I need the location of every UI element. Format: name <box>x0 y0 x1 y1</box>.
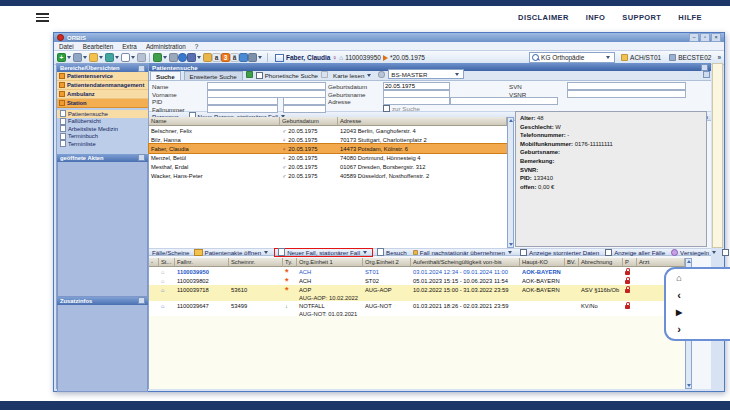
col-period[interactable]: Aufenthalt/Scheingültigkeit von-bis <box>411 258 520 267</box>
col-p[interactable]: P <box>623 258 637 267</box>
menu-datei[interactable]: Datei <box>59 43 74 50</box>
sidebar-item-station[interactable]: Station <box>57 99 148 108</box>
open-patient-record-button[interactable]: Patientenakte öffnen <box>192 249 273 256</box>
col-adresse[interactable]: Adresse <box>338 117 507 126</box>
case-row[interactable]: ⌂ 1100039647 53499 ↓ NOTFALL AUG-NOT 01.… <box>149 301 685 310</box>
case-row-highlighted[interactable]: ⌂ 1100039718 53610 * AOP AUG-AOP 10.02.2… <box>149 285 685 294</box>
persons-scrollbar[interactable] <box>507 117 514 248</box>
transfer-icon[interactable] <box>105 53 114 62</box>
sidebar-item-arbeitsliste-medizin[interactable]: Arbeitsliste Medizin <box>57 125 148 133</box>
edit-icon[interactable] <box>137 53 146 62</box>
takeover-case-button[interactable]: Fall nachstationär übernehmen <box>411 249 516 256</box>
master-combo[interactable]: BS-MASTER <box>388 69 464 79</box>
open-icon[interactable] <box>73 53 82 62</box>
chevron-left-icon[interactable]: ‹ <box>674 291 684 300</box>
sidebar-item-terminbuch[interactable]: Terminbuch <box>57 133 148 141</box>
phone-icon[interactable] <box>248 53 257 62</box>
close-button[interactable]: × <box>711 33 721 42</box>
vsnr-input[interactable] <box>567 90 686 98</box>
col-name[interactable]: Name <box>149 117 280 126</box>
toolbar-overflow-icon[interactable]: » <box>717 54 721 61</box>
print-icon[interactable] <box>169 53 178 62</box>
station-context[interactable]: ACH/ST01 <box>619 54 663 61</box>
sidebar-item-patientenservice[interactable]: Patientenservice <box>57 72 148 81</box>
phone-dropdown-icon[interactable] <box>258 56 262 59</box>
seal-button[interactable]: Versiegeln <box>669 249 720 256</box>
new-case-button[interactable]: Neuer Fall, stationärer Fall <box>278 248 369 256</box>
sidebar-item-terminliste[interactable]: Terminliste <box>57 140 148 148</box>
col-expander[interactable]: - <box>149 258 159 267</box>
link-info[interactable]: INFO <box>586 13 606 22</box>
show-cancelled-toggle[interactable]: Anzeige stornierter Daten <box>518 249 601 256</box>
folder-dropdown-icon[interactable] <box>99 56 103 59</box>
font-3-icon-active[interactable]: 3 <box>221 53 230 62</box>
col-org1[interactable]: Org.Einheit 1 <box>297 258 363 267</box>
transfer-dropdown-icon[interactable] <box>115 56 119 59</box>
adresse-ort-input[interactable] <box>450 97 558 105</box>
department-combo[interactable]: KG Orthopädie <box>529 52 615 63</box>
col-hauptko[interactable]: Haupt-KO <box>520 258 565 267</box>
col-scheinnr[interactable]: Scheinnr. <box>229 258 283 267</box>
maximize-button[interactable]: ▫ <box>700 33 710 42</box>
team-icon[interactable] <box>203 53 212 62</box>
new-dropdown-icon[interactable] <box>67 56 71 59</box>
col-bv[interactable]: BV. <box>565 258 579 267</box>
card-icon[interactable] <box>321 71 328 78</box>
col-st[interactable]: St... <box>159 258 175 267</box>
window-titlebar[interactable]: ORBIS – ▫ × <box>54 33 724 42</box>
case-row[interactable]: ⌂ 1100039802 * ACH ST02 05.01.2023 15:15… <box>149 276 685 285</box>
open-records-panel[interactable] <box>57 162 148 297</box>
link-support[interactable]: SUPPORT <box>622 13 661 22</box>
font-a-icon[interactable]: a <box>212 53 221 62</box>
read-card-dropdown-icon[interactable] <box>367 74 371 77</box>
new-case-dropdown-icon[interactable] <box>363 251 367 254</box>
collapse-icon[interactable] <box>138 297 145 304</box>
phonetic-search-checkbox[interactable] <box>256 72 263 79</box>
show-all-cases-toggle[interactable]: Anzeige aller Fälle <box>603 249 667 256</box>
new-icon[interactable]: + <box>57 53 66 62</box>
col-fallnr[interactable]: Fallnr. <box>175 258 229 267</box>
bed-icon[interactable] <box>239 53 248 62</box>
org-chart-icon[interactable] <box>187 53 196 62</box>
collapsed-side-panel[interactable] <box>712 63 723 248</box>
collapse-icon[interactable] <box>138 65 145 72</box>
home-icon[interactable]: ⌂ <box>674 274 684 283</box>
department-combo-arrow-icon[interactable] <box>606 56 610 59</box>
col-org2[interactable]: Org.Einheit 2 <box>363 258 411 267</box>
globe-dropdown-icon[interactable] <box>163 56 167 59</box>
show-cancelled-checkbox[interactable] <box>520 249 527 256</box>
document-icon[interactable] <box>121 53 130 62</box>
master-combo-arrow-icon[interactable] <box>455 73 459 76</box>
sidebar-item-falluebersicht[interactable]: Fallübersicht <box>57 118 148 126</box>
person-row[interactable]: Bilz, Hanna ♀20.05.1975 70173 Stuttgart,… <box>149 135 507 144</box>
font-ae-icon[interactable]: ä <box>230 53 239 62</box>
col-abrechnung[interactable]: Abrechnung <box>579 258 623 267</box>
zur-suche-checkbox[interactable] <box>383 105 390 112</box>
chevron-right-icon[interactable]: › <box>674 325 684 334</box>
refresh-icon[interactable] <box>246 71 253 78</box>
person-row[interactable]: Menzel, Betül ♀20.05.1975 74080 Dortmund… <box>149 153 507 162</box>
read-card-button[interactable]: Karte lesen <box>331 72 375 79</box>
fallnummer-input[interactable] <box>207 105 278 113</box>
menu-extra[interactable]: Extra <box>122 43 137 50</box>
play-icon[interactable]: ▶ <box>674 308 684 317</box>
minimize-button[interactable]: – <box>689 33 699 42</box>
person-row-selected[interactable]: Faber, Claudia ♀20.05.1975 14473 Potsdam… <box>149 144 507 153</box>
sidebar-item-patientensuche[interactable]: Patientensuche <box>57 110 148 118</box>
case-row-selected[interactable]: ⌂ 1100039950 * ACH ST01 03.01.2024 12:34… <box>149 267 685 276</box>
tab-suche[interactable]: Suche <box>150 71 181 80</box>
folder-icon[interactable] <box>89 53 98 62</box>
col-geburtsdatum[interactable]: Geburtsdatum <box>280 117 338 126</box>
globe-icon[interactable] <box>153 53 162 62</box>
menu-help[interactable]: ? <box>195 43 199 50</box>
col-arzt[interactable]: Arzt <box>637 258 685 267</box>
module-collapse-icon[interactable] <box>701 64 708 71</box>
hamburger-menu-icon[interactable] <box>36 13 49 22</box>
menu-bearbeiten[interactable]: Bearbeiten <box>83 43 113 50</box>
search-collapse-icon[interactable] <box>703 71 710 78</box>
person-row[interactable]: Belschner, Felix ♂20.05.1975 12043 Berli… <box>149 126 507 135</box>
open-record-dropdown-icon[interactable] <box>264 251 268 254</box>
open-dropdown-icon[interactable] <box>83 56 87 59</box>
seal-dropdown-icon[interactable] <box>712 251 716 254</box>
user-context[interactable]: BECSTE02 <box>667 54 713 61</box>
